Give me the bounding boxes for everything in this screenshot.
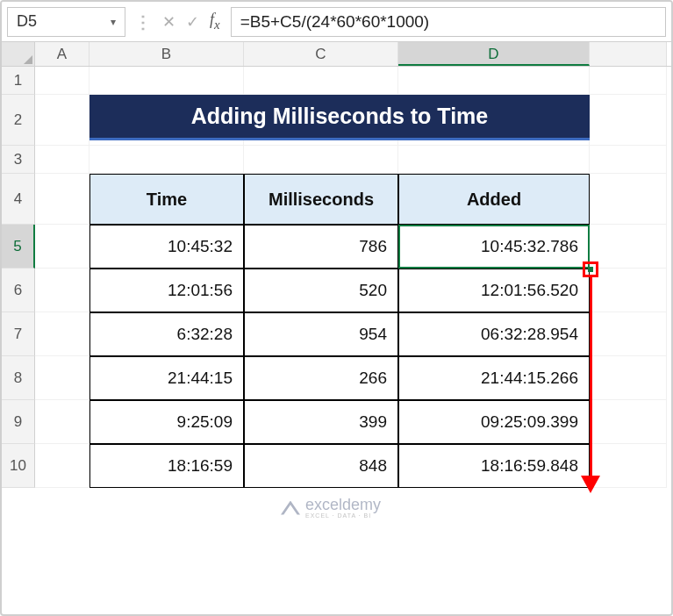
spreadsheet-grid: 1 2 3 4 5 6 7 8 9 10 Adding Milliseconds… [2, 67, 671, 488]
row-header-3[interactable]: 3 [2, 146, 35, 174]
autofill-arrow-icon [590, 277, 592, 477]
col-header-blank[interactable] [590, 42, 667, 66]
header-added[interactable]: Added [398, 174, 590, 225]
cells-area[interactable]: Adding Milliseconds to Time Time Millise… [35, 67, 667, 488]
cell-added[interactable]: 12:01:56.520 [398, 269, 590, 312]
arrow-down-icon [581, 476, 600, 493]
cell-added[interactable]: 18:16:59.848 [398, 444, 590, 488]
row-header-6[interactable]: 6 [2, 269, 35, 312]
header-time[interactable]: Time [89, 174, 244, 225]
cell-ms[interactable]: 520 [244, 269, 398, 312]
cell-ms[interactable]: 848 [244, 444, 398, 488]
cancel-icon[interactable]: ✕ [162, 12, 175, 32]
table-row: 12:01:56 520 12:01:56.520 [89, 269, 590, 312]
name-box-value: D5 [17, 12, 37, 31]
cell-ms[interactable]: 954 [244, 312, 398, 356]
cell-time[interactable]: 12:01:56 [89, 269, 244, 312]
header-ms[interactable]: Milliseconds [244, 174, 398, 225]
table-row: 10:45:32 786 10:45:32.786 [89, 225, 590, 269]
row-header-7[interactable]: 7 [2, 312, 35, 356]
formula-bar: D5 ▾ ⋮ ✕ ✓ fx =B5+C5/(24*60*60*1000) [2, 2, 671, 42]
row-header-2[interactable]: 2 [2, 95, 35, 146]
row-header-10[interactable]: 10 [2, 444, 35, 488]
watermark-brand: exceldemy [305, 497, 381, 512]
formula-input[interactable]: =B5+C5/(24*60*60*1000) [231, 7, 666, 37]
table-header-row: Time Milliseconds Added [89, 174, 590, 225]
name-box[interactable]: D5 ▾ [7, 7, 125, 37]
table-row: 9:25:09 399 09:25:09.399 [89, 400, 590, 444]
col-header-b[interactable]: B [89, 42, 244, 66]
column-headers: A B C D [2, 42, 671, 67]
col-header-c[interactable]: C [244, 42, 398, 66]
watermark-tag: EXCEL · DATA · BI [305, 512, 381, 519]
chevron-down-icon[interactable]: ▾ [111, 16, 116, 28]
col-header-d[interactable]: D [398, 42, 590, 66]
cell-time[interactable]: 18:16:59 [89, 444, 244, 488]
select-all-corner[interactable] [2, 42, 35, 66]
cell-added[interactable]: 09:25:09.399 [398, 400, 590, 444]
cell-ms[interactable]: 266 [244, 356, 398, 400]
title-text: Adding Milliseconds to Time [191, 104, 488, 129]
row-header-4[interactable]: 4 [2, 174, 35, 225]
fx-icon[interactable]: fx [210, 11, 220, 32]
cell-time[interactable]: 10:45:32 [89, 225, 244, 269]
enter-icon[interactable]: ✓ [186, 12, 199, 32]
cell-added[interactable]: 06:32:28.954 [398, 312, 590, 356]
formula-text: =B5+C5/(24*60*60*1000) [240, 12, 430, 32]
cell-time[interactable]: 6:32:28 [89, 312, 244, 356]
col-header-a[interactable]: A [35, 42, 89, 66]
table-row: 21:44:15 266 21:44:15.266 [89, 356, 590, 400]
cell-ms[interactable]: 399 [244, 400, 398, 444]
cell-ms[interactable]: 786 [244, 225, 398, 269]
cell-added[interactable]: 10:45:32.786 [398, 225, 590, 269]
formula-bar-icons: ✕ ✓ fx [155, 11, 227, 32]
table-row: 18:16:59 848 18:16:59.848 [89, 444, 590, 488]
data-table: Time Milliseconds Added 10:45:32 786 10:… [89, 174, 590, 488]
row-header-1[interactable]: 1 [2, 67, 35, 95]
cell-time[interactable]: 21:44:15 [89, 356, 244, 400]
row-header-5[interactable]: 5 [2, 225, 35, 269]
row-header-9[interactable]: 9 [2, 400, 35, 444]
cell-time[interactable]: 9:25:09 [89, 400, 244, 444]
row-headers: 1 2 3 4 5 6 7 8 9 10 [2, 67, 35, 488]
logo-icon [281, 501, 300, 515]
watermark: exceldemy EXCEL · DATA · BI [281, 497, 381, 519]
page-title: Adding Milliseconds to Time [89, 95, 590, 140]
table-row: 6:32:28 954 06:32:28.954 [89, 312, 590, 356]
separator-icon: ⋮ [131, 11, 155, 32]
row-header-8[interactable]: 8 [2, 356, 35, 400]
cell-added[interactable]: 21:44:15.266 [398, 356, 590, 400]
